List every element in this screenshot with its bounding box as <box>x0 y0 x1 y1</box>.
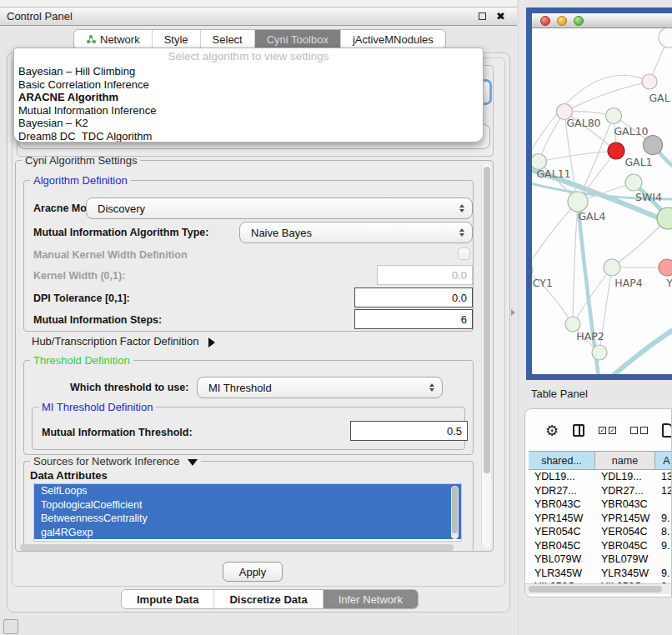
algorithm-option[interactable]: Dream8 DC_TDC Algorithm <box>14 130 483 143</box>
table-row[interactable]: YER054CYER054C8. <box>529 525 672 539</box>
docked-panel-icon[interactable] <box>3 619 18 634</box>
attribute-list-item[interactable]: gal4RGexp <box>34 526 461 540</box>
network-view-canvas[interactable]: GALGAL80GAL10GAL1GAL11SWI4GAL4GCY1HAP4YH… <box>532 28 672 374</box>
table-rows[interactable]: YDL19...YDL19...13YDR27...YDR27...12YBR0… <box>529 470 672 583</box>
which-threshold-label: Which threshold to use: <box>70 382 188 393</box>
table-row[interactable]: YLR345WYLR345W9. <box>529 567 672 581</box>
table-cell: YBL079W <box>529 552 595 567</box>
algorithm-option[interactable]: ARACNE Algorithm <box>14 91 483 104</box>
table-row[interactable]: YDR27...YDR27...12 <box>529 484 672 498</box>
chevron-updown-icon <box>429 383 434 392</box>
table-cell: 9. <box>655 567 672 581</box>
network-edge <box>532 202 578 270</box>
table-row[interactable]: YBR045CYBR045C9. <box>529 539 672 553</box>
settings-horizontal-scrollbar[interactable] <box>18 542 479 552</box>
mi-threshold-label: Mutual Information Threshold: <box>42 427 193 438</box>
attribute-list-item[interactable]: SelfLoops <box>34 484 461 498</box>
manual-kernel-checkbox[interactable] <box>458 248 470 260</box>
mi-threshold-definition-title: MI Threshold Definition <box>38 401 156 413</box>
apply-button[interactable]: Apply <box>223 562 283 582</box>
network-node-GAL10[interactable] <box>606 108 622 124</box>
data-attributes-list[interactable]: SelfLoopsTopologicalCoefficientBetweenne… <box>33 483 462 542</box>
table-row[interactable]: YPR145WYPR145W9. <box>529 512 672 526</box>
tab-cyni-toolbox[interactable]: Cyni Toolbox <box>255 30 341 48</box>
network-node-bottom-partial[interactable] <box>592 345 607 360</box>
table-horizontal-scrollbar[interactable] <box>525 583 672 594</box>
splitter-handle-icon[interactable] <box>511 309 515 316</box>
kernel-width-field[interactable]: 0.0 <box>377 265 473 285</box>
mi-type-label: Mutual Information Algorithm Type: <box>33 227 208 238</box>
chevron-updown-icon <box>459 204 464 212</box>
network-edge-thick <box>612 328 672 374</box>
select-all-checkboxes-icon[interactable]: ✓✓ <box>599 427 616 434</box>
algorithm-option[interactable]: Basic Correlation Inference <box>14 78 483 92</box>
attribute-items: SelfLoopsTopologicalCoefficientBetweenne… <box>34 484 461 539</box>
tab-infer-network[interactable]: Infer Network <box>323 590 418 608</box>
which-threshold-combo[interactable]: MI Threshold <box>197 377 443 398</box>
float-window-icon[interactable] <box>479 12 486 20</box>
tab-jactivemnodules[interactable]: jActiveMNodules <box>341 30 445 48</box>
attribute-list-item[interactable]: BetweennessCentrality <box>34 512 461 526</box>
network-node-label: GAL4 <box>578 210 605 222</box>
table-column-header[interactable]: A <box>655 452 672 469</box>
hub-definition-expander[interactable]: Hub/Transcription Factor Definition <box>32 335 215 348</box>
tab-select[interactable]: Select <box>201 30 255 48</box>
table-cell: 9. <box>655 512 672 526</box>
tab-network[interactable]: Network <box>74 30 153 48</box>
network-node-salmon-node[interactable] <box>659 259 672 276</box>
close-traffic-light-icon[interactable] <box>540 16 550 26</box>
attributes-scrollbar[interactable] <box>451 486 459 539</box>
tab-discretize-data[interactable]: Discretize Data <box>214 590 323 608</box>
algorithm-option[interactable]: Bayesian – K2 <box>14 117 483 130</box>
which-threshold-value: MI Threshold <box>208 382 272 394</box>
columns-icon[interactable] <box>573 424 584 437</box>
table-column-header[interactable]: shared... <box>529 452 595 469</box>
network-node-GAL1[interactable] <box>608 142 624 159</box>
deselect-all-checkboxes-icon[interactable] <box>630 427 648 434</box>
table-cell: YBL079W <box>595 552 655 567</box>
dpi-tolerance-label: DPI Tolerance [0,1]: <box>33 292 130 304</box>
tab-label: Discretize Data <box>229 593 307 606</box>
aracne-mode-combo[interactable]: Discovery <box>86 198 473 219</box>
gear-icon[interactable]: ⚙ <box>545 422 559 439</box>
table-row[interactable]: YDL19...YDL19...13 <box>529 470 672 484</box>
network-icon <box>86 34 96 44</box>
control-panel-tabstrip: Network Style Select Cyni Toolbox jActiv… <box>73 29 446 49</box>
tab-impute-data[interactable]: Impute Data <box>122 590 214 608</box>
kernel-width-value: 0.0 <box>452 269 467 282</box>
table-column-header[interactable]: name <box>595 452 655 469</box>
network-node-label: SWI4 <box>635 191 662 203</box>
algorithm-definition-title: Algorithm Definition <box>30 174 131 187</box>
apply-label: Apply <box>239 566 267 578</box>
network-node-pink-top[interactable] <box>642 74 657 89</box>
network-edge <box>564 82 649 112</box>
tab-style[interactable]: Style <box>153 30 201 48</box>
table-row[interactable]: YBL079WYBL079W <box>529 552 672 567</box>
algorithm-placeholder: Select algorithm to view settings <box>14 48 483 65</box>
network-node-SWI4[interactable] <box>625 174 642 191</box>
document-icon[interactable] <box>662 423 672 438</box>
network-node-GAL4[interactable] <box>568 192 588 212</box>
algorithm-option[interactable]: Bayesian – Hill Climbing <box>14 65 483 78</box>
dpi-tolerance-field[interactable]: 0.0 <box>354 288 473 308</box>
minimize-traffic-light-icon[interactable] <box>557 16 567 26</box>
network-node-top-partial[interactable] <box>659 28 672 48</box>
algorithm-option[interactable]: Mutual Information Inference <box>14 104 483 118</box>
settings-vertical-scrollbar[interactable] <box>481 163 491 548</box>
zoom-traffic-light-icon[interactable] <box>574 16 584 26</box>
kernel-width-label: Kernel Width (0,1): <box>33 270 125 282</box>
table-cell: YBR045C <box>529 539 595 553</box>
table-row[interactable]: YBR043CYBR043C <box>529 498 672 512</box>
table-header-row[interactable]: shared...nameA <box>529 451 672 470</box>
mi-steps-label: Mutual Information Steps: <box>33 314 162 326</box>
network-node-HAP4[interactable] <box>604 259 620 276</box>
mi-threshold-field[interactable]: 0.5 <box>350 421 468 441</box>
mi-type-combo[interactable]: Naive Bayes <box>239 222 473 243</box>
network-window-titlebar[interactable] <box>532 13 672 28</box>
table-cell: YDR27... <box>529 484 595 498</box>
close-icon[interactable]: ✖ <box>496 12 505 20</box>
network-node-gray-node[interactable] <box>644 136 663 155</box>
attribute-list-item[interactable]: TopologicalCoefficient <box>34 498 461 512</box>
mi-steps-field[interactable]: 6 <box>354 309 473 329</box>
sources-title-row[interactable]: Sources for Network Inference <box>30 455 201 468</box>
